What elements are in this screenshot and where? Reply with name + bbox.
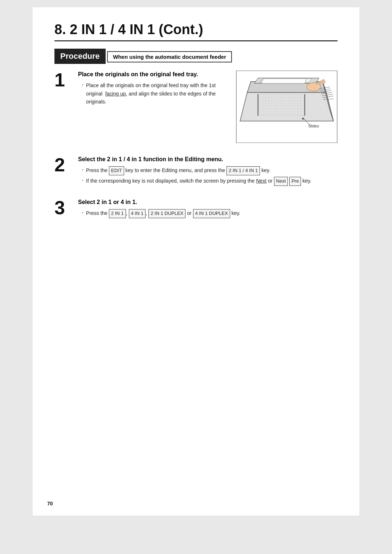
step-1-content: Place the originals on the original feed…: [78, 70, 338, 144]
svg-rect-11: [259, 95, 304, 115]
step-1-bullet-1: Place all the originals on the original …: [82, 81, 229, 106]
step-1-title: Place the originals on the original feed…: [78, 70, 229, 78]
step-3-content: Select 2 in 1 or 4 in 1. Press the 2 IN …: [78, 198, 338, 220]
step-3-bullet-1: Press the 2 IN 1, 4 IN 1, 2 IN 1 DUPLEX …: [82, 209, 338, 218]
section-header: Procedure: [54, 49, 106, 64]
4in1-duplex-key: 4 IN 1 DUPLEX: [193, 209, 230, 218]
step-3-number: 3: [54, 198, 74, 217]
scanner-diagram: Slides: [236, 70, 338, 143]
2in1-4in1-key: 2 IN 1 / 4 IN 1: [226, 166, 260, 175]
page-title: 8. 2 IN 1 / 4 IN 1 (Cont.): [54, 22, 338, 41]
step-1-underline: facing up,: [105, 91, 127, 97]
step-2-number: 2: [54, 155, 74, 174]
2in1-key: 2 IN 1: [109, 209, 126, 218]
2in1-duplex-key: 2 IN 1 DUPLEX: [148, 209, 185, 218]
edit-key: EDIT: [109, 166, 124, 175]
subsection-header: When using the automatic document feeder: [107, 51, 232, 62]
step-2-body: Press the EDIT key to enter the Editing …: [78, 166, 338, 186]
step-1-with-image: Place the originals on the original feed…: [78, 70, 338, 144]
step-2-content: Select the 2 in 1 / 4 in 1 function in t…: [78, 155, 338, 187]
step-1-image-area: Slides: [236, 70, 338, 144]
step-2-bullet-2: If the corresponding key is not displaye…: [82, 177, 338, 186]
step-1-body: Place all the originals on the original …: [78, 81, 229, 106]
step-1-number: 1: [54, 70, 74, 89]
step-2: 2 Select the 2 in 1 / 4 in 1 function in…: [54, 155, 338, 187]
step-3: 3 Select 2 in 1 or 4 in 1. Press the 2 I…: [54, 198, 338, 220]
step-3-title: Select 2 in 1 or 4 in 1.: [78, 198, 338, 206]
pre-key: Pre: [289, 177, 301, 186]
step-2-title: Select the 2 in 1 / 4 in 1 function in t…: [78, 155, 338, 163]
step-1-text: Place the originals on the original feed…: [78, 70, 229, 107]
svg-text:Slides: Slides: [308, 124, 319, 128]
step-2-bullet-1: Press the EDIT key to enter the Editing …: [82, 166, 338, 175]
page: 8. 2 IN 1 / 4 IN 1 (Cont.) Procedure Whe…: [33, 7, 359, 516]
step-3-body: Press the 2 IN 1, 4 IN 1, 2 IN 1 DUPLEX …: [78, 209, 338, 218]
svg-marker-15: [262, 79, 307, 83]
next-key: Next: [274, 177, 288, 186]
step-1: 1 Place the originals on the original fe…: [54, 70, 338, 144]
4in1-key: 4 IN 1: [129, 209, 146, 218]
next-text: Next: [256, 178, 266, 184]
page-number: 70: [47, 501, 53, 506]
